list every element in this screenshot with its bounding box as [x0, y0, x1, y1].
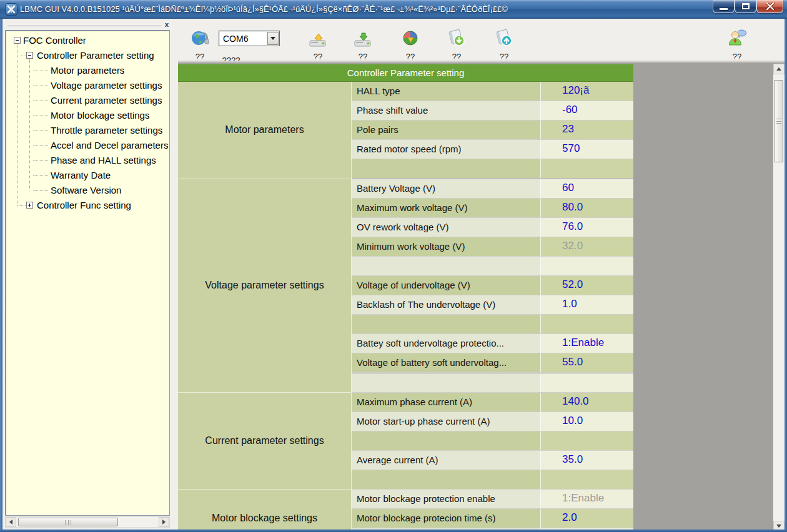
param-name [352, 315, 541, 333]
color-wheel-icon[interactable] [400, 27, 421, 49]
param-value[interactable]: 23 [541, 121, 633, 139]
tree-connector [33, 71, 48, 71]
param-value[interactable]: 10.0 [541, 412, 633, 431]
param-value[interactable]: 76.0 [541, 218, 633, 237]
connect-icon[interactable] [189, 27, 210, 49]
com-port-dropdown-arrow[interactable] [267, 32, 279, 45]
table-row-empty [352, 257, 633, 276]
param-value[interactable]: 1.0 [541, 295, 633, 314]
panel-grip-handle[interactable] [7, 24, 161, 26]
scroll-right-icon[interactable] [159, 517, 169, 527]
drive-upload-icon[interactable] [307, 27, 329, 49]
param-value [541, 159, 633, 178]
param-value[interactable]: 120¡ã [541, 82, 633, 101]
scroll-down-icon[interactable] [773, 521, 785, 530]
scrollbar-thumb[interactable] [774, 80, 783, 162]
table-row: Minimum work voltage (V)32.0 [352, 237, 633, 257]
tree-connector [33, 160, 48, 161]
tree-connector [33, 116, 48, 116]
param-value[interactable]: 55.0 [541, 353, 633, 372]
panel-close-icon[interactable]: x [162, 20, 171, 29]
param-value[interactable]: 1:Enable [541, 490, 633, 508]
table-row: Motor start-up phase current (A)10.0 [352, 412, 633, 431]
param-value[interactable]: 80.0 [541, 199, 633, 217]
scroll-left-icon[interactable] [6, 517, 16, 527]
tree-expand-icon[interactable] [26, 202, 33, 209]
tree-item-throttle-parameter-settings[interactable]: Throttle parameter settings [6, 123, 169, 138]
param-value[interactable]: 52.0 [541, 276, 633, 295]
toolbar-label: ?? [196, 51, 204, 59]
maximize-button[interactable] [735, 0, 756, 13]
book-download-icon[interactable] [446, 27, 467, 49]
tree-connector [33, 131, 48, 131]
param-name: Motor start-up phase current (A) [352, 412, 541, 431]
toolbar-item-user[interactable]: ?? [717, 27, 757, 59]
titlebar: LBMC GUI V4.0.0.B151025 ¹úÄÚ°æ£¨ÌáÐÑ£º±¾… [0, 0, 787, 19]
drive-download-icon[interactable] [352, 27, 374, 49]
param-value[interactable]: 570 [541, 140, 633, 159]
section-cell: Motor blockage settings [178, 490, 352, 530]
navigation-panel: x FOC Controller Controller Parameter se… [4, 20, 175, 530]
toolbar-item-export[interactable]: ?? [484, 27, 524, 59]
table-row: Battery Voltage (V)60 [352, 179, 633, 199]
tree-item-motor-parameters[interactable]: Motor parameters [6, 63, 169, 78]
toolbar-label: ???? [212, 55, 250, 61]
tree-connector [29, 59, 30, 190]
toolbar-label: ?? [314, 51, 322, 59]
minimize-button[interactable] [713, 0, 735, 13]
scrollbar-thumb[interactable] [18, 518, 118, 526]
toolbar-label: ?? [359, 51, 367, 59]
param-value[interactable]: 32.0 [541, 237, 633, 256]
table-row: Rated motor speed (rpm)570 [352, 140, 633, 159]
param-value[interactable]: 1:Enable [541, 334, 633, 353]
tree-connector [17, 205, 26, 206]
tree-horizontal-scrollbar[interactable] [5, 516, 170, 528]
tree-collapse-icon[interactable] [26, 52, 33, 59]
tree-item-voltage-parameter-settings[interactable]: Voltage parameter settings [6, 78, 169, 93]
param-value[interactable]: 60 [541, 179, 633, 198]
param-value[interactable]: 140.0 [541, 393, 633, 411]
main-vertical-scrollbar[interactable] [773, 64, 785, 530]
tree-item-motor-blockage-settings[interactable]: Motor blockage settings [6, 108, 169, 123]
table-row: HALL type120¡ã [352, 82, 633, 101]
table-row: Maximum work voltage (V)80.0 [352, 199, 633, 218]
tree-item-current-parameter-settings[interactable]: Current parameter settings [6, 93, 169, 108]
param-value [541, 470, 633, 489]
param-value [541, 315, 633, 333]
close-button[interactable] [756, 0, 783, 13]
param-name: Phase shift value [352, 101, 541, 120]
minimize-icon [720, 8, 728, 10]
tree-item-foc-controller[interactable]: FOC Controller [6, 33, 169, 48]
section-label: Motor blockage settings [212, 513, 317, 524]
window-border-left [0, 19, 2, 532]
param-value[interactable]: 35.0 [541, 451, 633, 470]
tree-item-software-version[interactable]: Software Version [6, 183, 169, 198]
param-name [352, 373, 541, 392]
param-value [541, 373, 633, 392]
toolbar-item-import[interactable]: ?? [437, 27, 477, 59]
tree-item-warranty-date[interactable]: Warranty Date [6, 168, 169, 183]
section-label: Current parameter settings [205, 435, 324, 446]
com-port-select[interactable]: COM6 [219, 31, 280, 46]
toolbar-label: ?? [452, 51, 461, 59]
toolbar-item-read[interactable]: ?? [298, 27, 338, 59]
tree-collapse-icon[interactable] [14, 37, 21, 44]
table-row: Voltage of battery soft undervoltag...55… [352, 353, 633, 373]
user-icon[interactable] [726, 27, 748, 49]
window-title: LBMC GUI V4.0.0.B151025 ¹úÄÚ°æ£¨ÌáÐÑ£º±¾… [20, 4, 701, 14]
book-upload-icon[interactable] [493, 27, 515, 49]
table-row-empty [352, 315, 633, 334]
param-name: Pole pairs [352, 121, 541, 139]
param-name: Minimum work voltage (V) [352, 237, 541, 256]
tree-item-accel-decel-parameters[interactable]: Accel and Decel parameters [6, 138, 169, 153]
table-row: Phase shift value-60 [352, 101, 633, 121]
scroll-up-icon[interactable] [773, 64, 785, 74]
param-name: Motor blockage protection enable [352, 490, 541, 508]
table-row-empty [352, 159, 633, 179]
tree-item-phase-hall-settings[interactable]: Phase and HALL settings [6, 153, 169, 168]
param-value[interactable]: 2.0 [541, 509, 633, 528]
toolbar-item-color[interactable]: ?? [390, 27, 430, 59]
param-value[interactable]: -60 [541, 101, 633, 120]
toolbar-label: ?? [733, 51, 741, 59]
toolbar-item-write[interactable]: ?? [343, 27, 383, 59]
